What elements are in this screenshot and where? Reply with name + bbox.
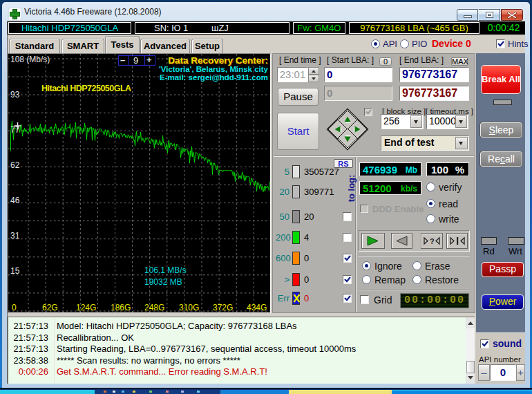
svg-text:?: ? (430, 237, 435, 245)
